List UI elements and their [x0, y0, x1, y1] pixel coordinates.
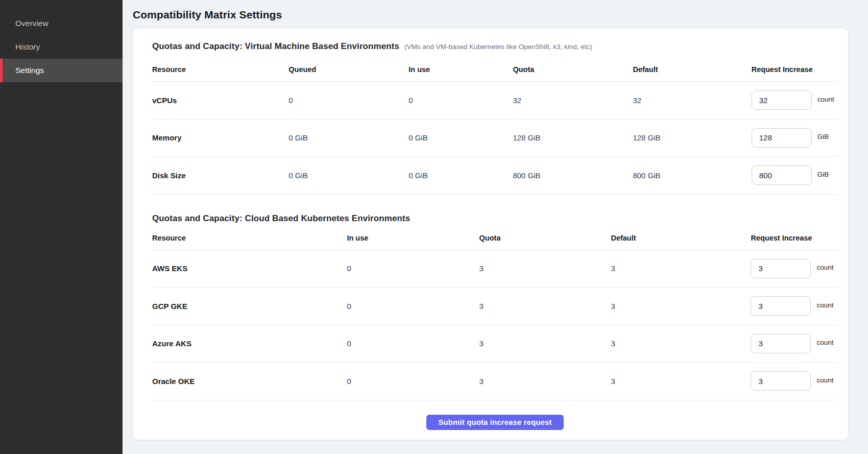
request-increase-cell: count	[751, 371, 838, 391]
resource-value: 3	[611, 264, 751, 273]
request-increase-input[interactable]	[751, 334, 811, 353]
cloud-table-header: ResourceIn useQuotaDefaultRequest Increa…	[152, 234, 838, 250]
resource-name: Azure AKS	[152, 339, 347, 348]
resource-value: 3	[611, 339, 751, 348]
request-increase-cell: count	[751, 334, 838, 353]
resource-value: 0 GiB	[288, 133, 408, 142]
resource-name: Oracle OKE	[152, 377, 347, 386]
column-header: Request Increase	[751, 234, 838, 242]
resource-value: 32	[513, 96, 633, 105]
request-increase-input[interactable]	[752, 90, 812, 110]
request-increase-input[interactable]	[752, 128, 812, 148]
vm-table-body: vCPUs003232countMemory0 GiB0 GiB128 GiB1…	[152, 82, 838, 195]
unit-label: count	[817, 95, 834, 103]
cloud-table-body: AWS EKS033countGCP GKE033countAzure AKS0…	[152, 250, 838, 400]
section-subtitle-vm: (VMs and VM-based Kubernetes like OpenSh…	[404, 43, 592, 51]
column-header: Default	[633, 65, 751, 74]
resource-value: 800 GiB	[633, 171, 751, 180]
request-increase-cell: GiB	[752, 165, 838, 185]
resource-value: 0	[347, 264, 479, 273]
unit-label: GiB	[817, 171, 829, 178]
column-header: In use	[347, 234, 479, 242]
page-title: Compatibility Matrix Settings	[133, 9, 849, 21]
resource-value: 0	[288, 96, 408, 105]
main-content: Compatibility Matrix Settings Quotas and…	[123, 0, 868, 454]
section-cloud-environments: Quotas and Capacity: Cloud Based Kuberne…	[152, 213, 838, 400]
column-header: Resource	[152, 65, 288, 74]
request-increase-input[interactable]	[751, 371, 811, 391]
column-header: Request Increase	[752, 65, 838, 74]
table-row: Azure AKS033count	[152, 325, 838, 363]
table-row: AWS EKS033count	[152, 250, 838, 288]
sidebar-item-history[interactable]: History	[0, 35, 123, 59]
table-row: Disk Size0 GiB0 GiB800 GiB800 GiBGiB	[152, 157, 838, 195]
button-bar: Submit quota increase request	[152, 415, 838, 430]
section-title-cloud: Quotas and Capacity: Cloud Based Kuberne…	[152, 213, 410, 224]
sidebar-item-overview[interactable]: Overview	[0, 12, 123, 35]
quotas-card: Quotas and Capacity: Virtual Machine Bas…	[133, 28, 849, 440]
request-increase-input[interactable]	[751, 259, 811, 278]
resource-name: AWS EKS	[152, 264, 347, 273]
resource-value: 3	[611, 377, 751, 386]
resource-value: 128 GiB	[633, 133, 751, 142]
unit-label: count	[816, 264, 833, 271]
table-row: vCPUs003232count	[152, 82, 838, 120]
resource-value: 0	[408, 96, 513, 105]
request-increase-input[interactable]	[752, 165, 812, 185]
request-increase-cell: count	[752, 90, 838, 110]
resource-value: 3	[479, 377, 611, 386]
table-row: Oracle OKE033count	[152, 363, 838, 400]
resource-value: 3	[611, 302, 751, 310]
resource-name: vCPUs	[152, 96, 288, 105]
sidebar-item-settings[interactable]: Settings	[0, 59, 123, 82]
column-header: In use	[408, 65, 513, 74]
resource-value: 3	[479, 339, 611, 348]
request-increase-cell: GiB	[752, 128, 838, 148]
table-row: Memory0 GiB0 GiB128 GiB128 GiBGiB	[152, 120, 838, 157]
request-increase-input[interactable]	[751, 296, 811, 316]
submit-quota-increase-button[interactable]: Submit quota increase request	[426, 415, 563, 430]
section-title-vm: Quotas and Capacity: Virtual Machine Bas…	[152, 41, 399, 52]
vm-table-header: ResourceQueuedIn useQuotaDefaultRequest …	[152, 65, 838, 82]
column-header: Quota	[479, 234, 611, 242]
resource-value: 128 GiB	[513, 133, 633, 142]
resource-name: Memory	[152, 133, 288, 142]
resource-value: 0	[347, 377, 479, 386]
unit-label: count	[816, 376, 833, 384]
resource-value: 32	[633, 96, 751, 105]
unit-label: count	[816, 301, 833, 309]
column-header: Queued	[288, 65, 408, 74]
resource-name: Disk Size	[152, 171, 288, 180]
resource-value: 0 GiB	[408, 171, 513, 180]
column-header: Quota	[513, 65, 633, 74]
section-vm-environments: Quotas and Capacity: Virtual Machine Bas…	[152, 41, 838, 195]
resource-value: 0 GiB	[288, 171, 408, 180]
request-increase-cell: count	[751, 259, 838, 278]
sidebar: Overview History Settings	[0, 0, 123, 454]
table-row: GCP GKE033count	[152, 288, 838, 325]
resource-value: 800 GiB	[513, 171, 633, 180]
column-header: Default	[611, 234, 751, 242]
resource-name: GCP GKE	[152, 302, 347, 310]
resource-value: 3	[479, 302, 611, 310]
request-increase-cell: count	[751, 296, 838, 316]
resource-value: 0	[347, 302, 479, 310]
column-header: Resource	[152, 234, 347, 242]
unit-label: count	[816, 339, 833, 346]
resource-value: 3	[479, 264, 611, 273]
unit-label: GiB	[817, 133, 829, 140]
resource-value: 0	[347, 339, 479, 348]
resource-value: 0 GiB	[408, 133, 513, 142]
